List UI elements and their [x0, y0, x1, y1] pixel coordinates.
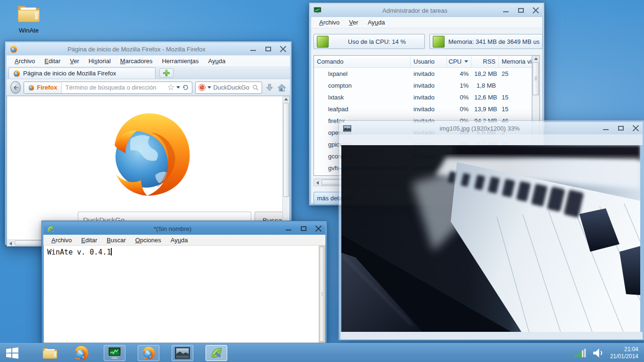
- menu-item-historial[interactable]: Historial: [84, 56, 115, 66]
- leafpad-text: WinAte v. 0.4.1: [47, 248, 111, 256]
- firefox-badge-button[interactable]: Firefox: [24, 82, 61, 93]
- refresh-icon[interactable]: [182, 84, 189, 91]
- back-button[interactable]: [10, 81, 21, 94]
- leafpad-vertical-scrollbar[interactable]: [319, 246, 325, 343]
- windows-logo-icon: [6, 346, 19, 360]
- desktop: WinAte Página de inicio de Mozilla Firef…: [0, 0, 644, 362]
- taskbar-task-firefox[interactable]: [138, 345, 159, 361]
- menu-item-herramientas[interactable]: Herramientas: [157, 56, 203, 66]
- process-row[interactable]: comptoninvitado1%1,8 MB: [314, 80, 539, 91]
- firefox-navbar: Firefox Término de búsqueda o dirección: [7, 79, 290, 96]
- photo-icon: [343, 124, 351, 132]
- desktop-icon-label: WinAte: [8, 27, 50, 34]
- firefox-vertical-scrollbar[interactable]: [282, 96, 289, 239]
- menu-item-ver[interactable]: Ver: [66, 56, 83, 66]
- menu-item-archivo[interactable]: Archivo: [315, 17, 344, 27]
- column-comando[interactable]: Comando: [314, 56, 411, 67]
- urlbar-dropdown-icon[interactable]: [176, 86, 180, 89]
- process-row[interactable]: leafpadinvitado0%13,9 MB15: [314, 103, 539, 115]
- leaf-icon: [46, 225, 54, 233]
- leafpad-titlebar[interactable]: *(Sin nombre): [43, 222, 325, 235]
- tab-firefox-home[interactable]: Página de inicio de Mozilla Firefox: [8, 67, 156, 79]
- process-row[interactable]: lxtaskinvitado0%12,6 MB15: [314, 91, 539, 103]
- firefox-icon: [73, 345, 89, 361]
- taskbar: 21:04 21/01/2014: [0, 343, 644, 362]
- volume-icon[interactable]: [592, 347, 604, 359]
- close-button[interactable]: [632, 125, 640, 132]
- search-engine-dropdown-icon[interactable]: [207, 86, 211, 89]
- taskbar-firefox-launcher[interactable]: [71, 344, 91, 362]
- sort-desc-icon: [464, 60, 468, 63]
- memory-usage-box: Memoria: 341 MB de 3649 MB usados: [429, 34, 543, 49]
- menu-item-archivo[interactable]: Archivo: [10, 56, 39, 66]
- process-cell-cpu: 4%: [447, 70, 471, 77]
- desktop-icon-winate[interactable]: WinAte: [8, 3, 50, 34]
- folder-icon: [17, 3, 41, 24]
- menu-item-ayuda[interactable]: Ayuda: [204, 56, 230, 66]
- taskbar-task-leafpad[interactable]: [206, 345, 227, 361]
- minimize-button[interactable]: [502, 7, 510, 14]
- menu-item-ver[interactable]: Ver: [345, 17, 363, 27]
- taskmgr-menubar: ArchivoVerAyuda: [311, 17, 542, 28]
- process-cell-user: invitado: [411, 94, 447, 101]
- firefox-menubar: ArchivoEditarVerHistorialMarcadoresHerra…: [7, 55, 290, 66]
- magnifier-icon[interactable]: [252, 84, 259, 91]
- process-cell-cmd: leafpad: [314, 106, 411, 113]
- menu-item-marcadores[interactable]: Marcadores: [116, 56, 157, 66]
- close-button[interactable]: [280, 46, 287, 52]
- taskbar-file-manager[interactable]: [40, 344, 60, 362]
- firefox-titlebar[interactable]: Página de inicio de Mozilla Firefox - Mo…: [7, 43, 290, 55]
- menu-item-buscar[interactable]: Buscar: [102, 235, 130, 245]
- process-cell-cpu: 0%: [447, 94, 471, 101]
- url-placeholder: Término de búsqueda o dirección: [62, 84, 168, 91]
- monitor-icon: [314, 7, 322, 15]
- url-bar[interactable]: Firefox Término de búsqueda o dirección: [24, 82, 192, 94]
- process-row[interactable]: lxpanelinvitado4%18,2 MB25: [314, 68, 539, 80]
- menu-item-editar[interactable]: Editar: [77, 235, 101, 245]
- process-cell-cmd: lxtask: [314, 94, 411, 101]
- leafpad-text-area[interactable]: WinAte v. 0.4.1: [43, 246, 319, 343]
- column-rss[interactable]: RSS: [471, 56, 499, 67]
- column-cpu[interactable]: % CPU: [447, 56, 471, 67]
- menu-item-ayuda[interactable]: Ayuda: [363, 17, 389, 27]
- maximize-button[interactable]: [517, 7, 525, 14]
- search-bar[interactable]: DuckDuckGo: [195, 82, 262, 94]
- house-icon[interactable]: [277, 82, 286, 93]
- taskbar-task-taskmanager[interactable]: [104, 345, 125, 361]
- viewer-titlebar[interactable]: img105.jpg (1920x1200) 33%: [340, 122, 643, 134]
- process-cell-user: invitado: [411, 70, 447, 77]
- new-tab-button[interactable]: [159, 68, 173, 78]
- viewer-toolbar-top: [340, 134, 643, 145]
- taskbar-clock[interactable]: 21:04 21/01/2014: [610, 346, 638, 360]
- menu-item-archivo[interactable]: Archivo: [47, 235, 76, 245]
- cpu-usage-box: Uso de la CPU: 14 %: [314, 34, 425, 49]
- process-cell-rss: 1,8 MB: [471, 82, 499, 89]
- column-usuario[interactable]: Usuario: [411, 56, 447, 67]
- duckduckgo-icon: [198, 84, 206, 91]
- leaf-icon: [210, 346, 223, 360]
- menu-item-editar[interactable]: Editar: [40, 56, 65, 66]
- download-arrow-icon[interactable]: [265, 82, 274, 93]
- network-signal-icon[interactable]: [574, 348, 586, 358]
- firefox-badge-icon: [28, 84, 34, 91]
- firefox-badge-label: Firefox: [37, 84, 57, 91]
- minimize-button[interactable]: [285, 225, 292, 232]
- close-button[interactable]: [532, 7, 540, 14]
- maximize-button[interactable]: [264, 46, 272, 52]
- menu-item-ayuda[interactable]: Ayuda: [166, 235, 192, 245]
- leafpad-window-title: *(Sin nombre): [62, 225, 283, 232]
- close-button[interactable]: [315, 225, 322, 232]
- taskbar-task-image-viewer[interactable]: [172, 345, 193, 361]
- star-icon[interactable]: [167, 84, 174, 91]
- taskmgr-titlebar[interactable]: Administrador de tareas: [311, 4, 543, 16]
- maximize-button[interactable]: [300, 225, 307, 232]
- memory-usage-label: Memoria: 341 MB de 3649 MB usados: [448, 38, 539, 45]
- menu-item-opciones[interactable]: Opciones: [131, 235, 165, 245]
- maximize-button[interactable]: [617, 125, 625, 132]
- process-cell-rss: 18,2 MB: [471, 70, 499, 77]
- start-button[interactable]: [0, 344, 25, 362]
- minimize-button[interactable]: [249, 46, 257, 52]
- tab-favicon: [13, 70, 20, 77]
- minimize-button[interactable]: [602, 125, 610, 132]
- firefox-tabbar: Página de inicio de Mozilla Firefox: [7, 66, 290, 79]
